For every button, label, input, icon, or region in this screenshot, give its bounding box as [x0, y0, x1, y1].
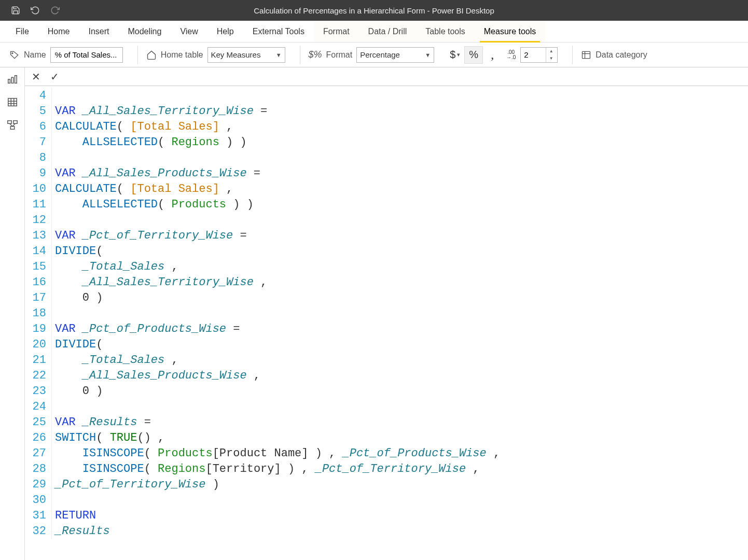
code-line[interactable]: 26SWITCH( TRUE() ,: [25, 430, 748, 446]
code-line[interactable]: 29_Pct_of_Territory_Wise ): [25, 477, 748, 493]
code-line[interactable]: 11 ALLSELECTED( Products ) ): [25, 197, 748, 213]
code-content[interactable]: [55, 150, 62, 166]
code-content[interactable]: VAR _Pct_of_Territory_Wise =: [55, 228, 247, 244]
line-number: 19: [25, 321, 52, 337]
tab-format[interactable]: Format: [314, 21, 359, 42]
tab-external-tools[interactable]: External Tools: [243, 21, 314, 42]
code-content[interactable]: [55, 213, 62, 228]
code-content[interactable]: _Total_Sales ,: [55, 259, 178, 275]
code-line[interactable]: 14DIVIDE(: [25, 244, 748, 259]
code-line[interactable]: 18: [25, 306, 748, 321]
comma-button[interactable]: ,: [483, 46, 502, 64]
tab-home[interactable]: Home: [38, 21, 79, 42]
tab-modeling[interactable]: Modeling: [118, 21, 171, 42]
tab-measure-tools[interactable]: Measure tools: [475, 21, 546, 42]
code-content[interactable]: RETURN: [55, 508, 96, 524]
line-number: 26: [25, 430, 52, 446]
data-view-icon[interactable]: [6, 95, 19, 109]
line-number: 10: [25, 181, 52, 197]
code-line[interactable]: 17 0 ): [25, 290, 748, 306]
line-number: 14: [25, 244, 52, 259]
code-line[interactable]: 22 _All_Sales_Products_Wise ,: [25, 368, 748, 384]
commit-formula-button[interactable]: ✓: [49, 71, 60, 82]
code-line[interactable]: 5VAR _All_Sales_Territory_Wise =: [25, 104, 748, 119]
redo-icon[interactable]: [50, 5, 60, 16]
name-label: Name: [24, 50, 46, 60]
tab-insert[interactable]: Insert: [79, 21, 118, 42]
code-content[interactable]: ISINSCOPE( Products[Product Name] ) , _P…: [55, 446, 500, 461]
code-content[interactable]: 0 ): [55, 290, 103, 306]
code-line[interactable]: 10CALCULATE( [Total Sales] ,: [25, 181, 748, 197]
spinner-up-icon[interactable]: ▲: [546, 48, 556, 55]
tab-table-tools[interactable]: Table tools: [416, 21, 475, 42]
code-content[interactable]: [55, 399, 62, 415]
code-line[interactable]: 7 ALLSELECTED( Regions ) ): [25, 135, 748, 150]
code-line[interactable]: 25VAR _Results =: [25, 415, 748, 430]
line-number: 16: [25, 275, 52, 290]
code-content[interactable]: ISINSCOPE( Regions[Territory] ) , _Pct_o…: [55, 461, 480, 477]
code-line[interactable]: 16 _All_Sales_Territory_Wise ,: [25, 275, 748, 290]
code-content[interactable]: _All_Sales_Products_Wise ,: [55, 368, 260, 384]
code-line[interactable]: 23 0 ): [25, 384, 748, 399]
report-view-icon[interactable]: [6, 73, 19, 86]
code-content[interactable]: DIVIDE(: [55, 244, 103, 259]
model-view-icon[interactable]: [6, 118, 19, 132]
decimal-places-spinner[interactable]: ▲▼: [520, 47, 558, 63]
code-content[interactable]: [55, 88, 62, 104]
code-line[interactable]: 4: [25, 88, 748, 104]
code-content[interactable]: SWITCH( TRUE() ,: [55, 430, 164, 446]
svg-rect-5: [11, 77, 13, 83]
code-line[interactable]: 32_Results: [25, 524, 748, 539]
code-content[interactable]: VAR _All_Sales_Territory_Wise =: [55, 104, 267, 119]
spinner-down-icon[interactable]: ▼: [546, 55, 556, 62]
decimal-places-input[interactable]: [521, 48, 546, 62]
cancel-formula-button[interactable]: ✕: [30, 71, 41, 82]
code-content[interactable]: [55, 493, 62, 508]
code-content[interactable]: VAR _Pct_of_Products_Wise =: [55, 321, 240, 337]
save-icon[interactable]: [10, 5, 21, 16]
code-content[interactable]: VAR _All_Sales_Products_Wise =: [55, 166, 260, 181]
percent-button[interactable]: %: [464, 46, 483, 64]
code-content[interactable]: _Results: [55, 524, 110, 539]
code-line[interactable]: 8: [25, 150, 748, 166]
code-line[interactable]: 19VAR _Pct_of_Products_Wise =: [25, 321, 748, 337]
format-dropdown[interactable]: Percentage ▼: [356, 47, 434, 63]
code-line[interactable]: 31RETURN: [25, 508, 748, 524]
code-content[interactable]: VAR _Results =: [55, 415, 151, 430]
code-content[interactable]: _All_Sales_Territory_Wise ,: [55, 275, 267, 290]
code-content[interactable]: 0 ): [55, 384, 103, 399]
code-line[interactable]: 24: [25, 399, 748, 415]
home-table-dropdown[interactable]: Key Measures ▼: [207, 47, 285, 63]
code-content[interactable]: _Pct_of_Territory_Wise ): [55, 477, 219, 493]
tab-help[interactable]: Help: [207, 21, 243, 42]
code-line[interactable]: 12: [25, 213, 748, 228]
code-line[interactable]: 9VAR _All_Sales_Products_Wise =: [25, 166, 748, 181]
ribbon-toolbar: Name Home table Key Measures ▼ $% Format…: [0, 43, 748, 67]
tab-view[interactable]: View: [171, 21, 207, 42]
currency-button[interactable]: $▾: [446, 46, 464, 64]
line-number: 17: [25, 290, 52, 306]
code-line[interactable]: 13VAR _Pct_of_Territory_Wise =: [25, 228, 748, 244]
code-line[interactable]: 6CALCULATE( [Total Sales] ,: [25, 119, 748, 135]
code-line[interactable]: 20DIVIDE(: [25, 337, 748, 353]
tab-data-drill[interactable]: Data / Drill: [359, 21, 417, 42]
code-line[interactable]: 21 _Total_Sales ,: [25, 353, 748, 368]
code-line[interactable]: 15 _Total_Sales ,: [25, 259, 748, 275]
code-content[interactable]: CALCULATE( [Total Sales] ,: [55, 119, 233, 135]
code-content[interactable]: ALLSELECTED( Regions ) ): [55, 135, 247, 150]
home-table-group: Home table Key Measures ▼: [146, 47, 292, 63]
code-line[interactable]: 27 ISINSCOPE( Products[Product Name] ) ,…: [25, 446, 748, 461]
dax-code-editor[interactable]: 4 5VAR _All_Sales_Territory_Wise =6CALCU…: [25, 86, 748, 560]
code-line[interactable]: 30: [25, 493, 748, 508]
measure-name-input[interactable]: [50, 47, 123, 63]
code-content[interactable]: CALCULATE( [Total Sales] ,: [55, 181, 233, 197]
line-number: 29: [25, 477, 52, 493]
code-content[interactable]: _Total_Sales ,: [55, 353, 178, 368]
code-content[interactable]: ALLSELECTED( Products ) ): [55, 197, 254, 213]
code-line[interactable]: 28 ISINSCOPE( Regions[Territory] ) , _Pc…: [25, 461, 748, 477]
code-content[interactable]: DIVIDE(: [55, 337, 103, 353]
category-icon: [581, 50, 591, 60]
code-content[interactable]: [55, 306, 62, 321]
undo-icon[interactable]: [30, 5, 40, 16]
tab-file[interactable]: File: [6, 21, 38, 42]
